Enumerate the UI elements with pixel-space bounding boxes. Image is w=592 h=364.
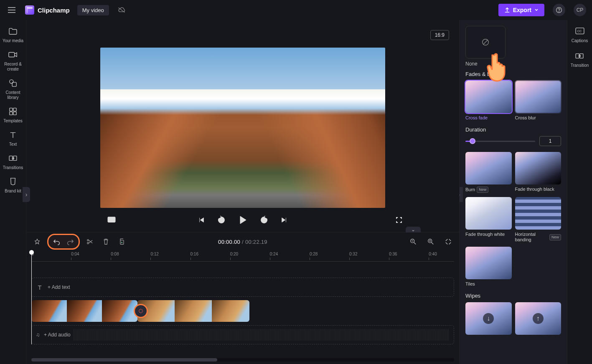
timeline-ruler[interactable]: 0 0:04 0:08 0:12 0:16 0:20 0:24 0:28 0:3… [31, 251, 454, 262]
transition-marker-highlight[interactable] [134, 304, 148, 318]
app-logo[interactable]: Clipchamp [25, 5, 70, 15]
forward-5s-button[interactable]: 5 [258, 214, 270, 226]
clipchamp-logo-icon [25, 5, 34, 15]
transition-card-fade-black[interactable]: Fade through black [515, 152, 562, 193]
video-preview[interactable] [100, 48, 385, 208]
playhead[interactable] [31, 251, 32, 344]
text-icon: T [36, 284, 43, 291]
right-sidebar: CC Captions Transition [567, 20, 592, 364]
wipes-section-header: Wipes [465, 293, 561, 299]
undo-button[interactable] [51, 236, 63, 248]
transition-card-wipe-up[interactable]: ↑ [515, 302, 562, 335]
duplicate-button[interactable] [116, 236, 127, 248]
slider-thumb[interactable] [470, 138, 475, 144]
arrow-up-icon: ↑ [533, 313, 544, 324]
video-clip-1[interactable] [31, 300, 137, 322]
cloud-sync-off-icon[interactable] [117, 7, 126, 13]
video-title-chip[interactable]: My video [77, 5, 109, 15]
editor-center: 16:9 5 5 ⌄ 0 [26, 20, 459, 364]
svg-line-25 [483, 40, 488, 45]
user-avatar[interactable]: CP [574, 4, 586, 16]
skip-end-button[interactable] [278, 214, 290, 226]
timeline-collapse-button[interactable]: ⌄ [406, 227, 421, 233]
svg-point-7 [10, 80, 13, 83]
right-rail-captions[interactable]: CC Captions [572, 26, 588, 43]
arrow-down-icon: ↓ [483, 313, 494, 324]
zoom-fit-button[interactable] [442, 236, 454, 248]
transition-card-fade-white[interactable]: Fade through white [465, 197, 512, 243]
fades-section-header: Fades & blurs [465, 71, 561, 77]
svg-rect-12 [13, 112, 16, 115]
transition-card-cross-fade[interactable]: Cross fade [465, 81, 512, 121]
duration-label: Duration [465, 126, 561, 133]
transition-card-burn[interactable]: BurnNew [465, 152, 512, 193]
total-duration: 00:22.19 [245, 239, 267, 245]
transition-none-label: None [465, 61, 561, 67]
transition-card-horizontal-banding[interactable]: Horizontal bandingNew [515, 197, 562, 243]
shapes-icon [1, 78, 25, 88]
none-icon [481, 38, 490, 46]
right-rail-transition[interactable]: Transition [571, 51, 589, 68]
help-button[interactable] [553, 4, 565, 16]
video-clip-2[interactable] [137, 300, 249, 322]
auto-compose-icon[interactable] [31, 236, 43, 248]
transition-card-cross-blur[interactable]: Cross blur [515, 81, 562, 121]
delete-button[interactable] [100, 236, 112, 248]
transition-card-wipe-down[interactable]: ↓ [465, 302, 512, 335]
fullscreen-button[interactable] [393, 214, 405, 226]
transition-none-card[interactable] [465, 26, 506, 58]
split-button[interactable] [84, 236, 96, 248]
sidebar-item-transitions[interactable]: Transitions [1, 153, 25, 170]
transition-icon [571, 51, 589, 61]
export-label: Export [513, 7, 531, 13]
duration-input[interactable] [539, 136, 561, 146]
undo-redo-highlight [47, 234, 80, 250]
zoom-in-button[interactable] [425, 236, 437, 248]
svg-point-20 [87, 243, 89, 244]
timeline-scrollbar-thumb[interactable] [31, 358, 217, 361]
svg-rect-10 [13, 108, 16, 111]
sidebar-item-text[interactable]: Text [1, 129, 25, 147]
captions-icon: CC [572, 26, 588, 37]
timeline-scrollbar[interactable] [31, 358, 454, 361]
sidebar-item-content-library[interactable]: Content library [1, 78, 25, 100]
export-button[interactable]: Export [498, 4, 544, 16]
svg-text:5: 5 [220, 219, 221, 222]
text-track-add[interactable]: T + Add text [31, 278, 454, 297]
sidebar-item-your-media[interactable]: Your media [1, 26, 25, 43]
sidebar-item-templates[interactable]: Templates [1, 106, 25, 124]
timeline-toolbar: 00:00.00 / 00:22.19 [26, 233, 459, 251]
app-name: Clipchamp [38, 7, 70, 14]
svg-point-19 [87, 240, 89, 241]
camera-icon [1, 49, 25, 60]
zoom-out-button[interactable] [407, 236, 419, 248]
captions-off-icon[interactable] [106, 214, 117, 226]
transition-card-tiles[interactable]: Tiles [465, 247, 512, 287]
duration-slider[interactable] [465, 141, 535, 142]
redo-button[interactable] [64, 236, 76, 248]
play-button[interactable] [236, 213, 250, 227]
new-badge: New [477, 187, 488, 193]
sidebar-item-brand-kit[interactable]: Brand kit [1, 176, 25, 194]
music-note-icon: ♫ [36, 332, 40, 338]
audio-track-add[interactable]: ♫ + Add audio [31, 325, 454, 344]
timeline-timecode: 00:00.00 / 00:22.19 [218, 239, 267, 245]
aspect-ratio-chip[interactable]: 16:9 [430, 30, 449, 40]
app-header: Clipchamp My video Export CP [0, 0, 592, 20]
skip-start-button[interactable] [196, 214, 207, 226]
chevron-down-icon [534, 8, 539, 12]
menu-button[interactable] [6, 4, 18, 16]
sidebar-item-record-create[interactable]: Record & create [1, 49, 25, 72]
video-track [31, 300, 454, 322]
svg-rect-9 [10, 108, 13, 111]
svg-rect-6 [9, 53, 15, 57]
left-sidebar: Your media Record & create Content libra… [0, 20, 26, 364]
current-time: 00:00.00 [218, 239, 240, 245]
rewind-5s-button[interactable]: 5 [216, 214, 227, 226]
new-badge: New [549, 234, 561, 240]
svg-point-5 [559, 12, 559, 12]
svg-text:CC: CC [577, 29, 581, 33]
preview-area: 16:9 5 5 [26, 20, 459, 232]
panel-expand-button[interactable]: › [459, 187, 463, 202]
playback-controls: 5 5 [26, 213, 459, 227]
